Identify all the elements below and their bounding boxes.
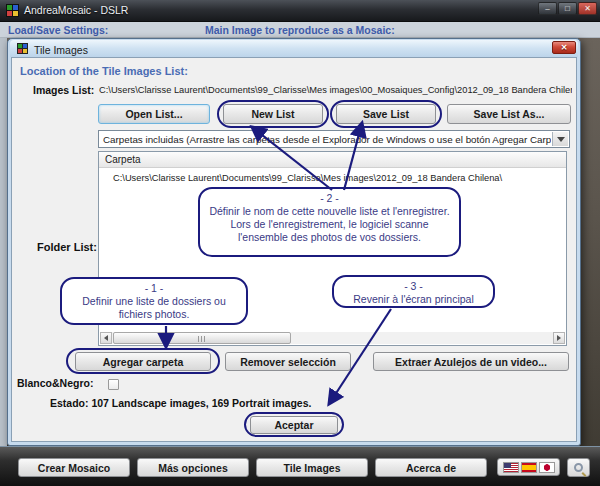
blanco-negro-label: Blanco&Negro:	[17, 377, 93, 389]
callout-step-number: - 3 -	[340, 280, 487, 293]
callout-step-3: - 3 - Revenir à l'écran principal	[332, 275, 495, 308]
extraer-video-button[interactable]: Extraer Azulejos de un video...	[373, 352, 569, 371]
scroll-right-icon[interactable]	[553, 332, 565, 344]
callout-step-number: - 1 -	[68, 282, 240, 295]
annotation-oval-save-list	[330, 100, 442, 128]
spain-flag-icon	[521, 462, 537, 473]
callout-step-1: - 1 - Definir une liste de dossiers ou f…	[60, 277, 248, 325]
list-item[interactable]: C:\Users\Clarisse Laurent\Documents\99_C…	[113, 173, 502, 183]
scroll-left-icon[interactable]	[100, 332, 112, 344]
location-header: Location of the Tile Images List:	[20, 65, 188, 77]
load-save-settings-label: Load/Save Settings:	[8, 24, 108, 36]
dialog-title: Tile Images	[34, 44, 88, 56]
annotation-oval-agregar	[66, 348, 220, 374]
images-list-path: C:\Users\Clarisse Laurent\Documents\99_C…	[99, 85, 572, 95]
folder-list-label: Folder List:	[37, 241, 97, 253]
annotation-oval-aceptar	[244, 412, 344, 437]
annotation-oval-new-list	[217, 100, 329, 128]
tile-images-button[interactable]: Tile Images	[256, 458, 368, 477]
callout-step-number: - 2 -	[206, 192, 453, 205]
application-window: AndreaMosaic - DSLR – □ ✕ Load/Save Sett…	[0, 0, 600, 486]
images-list-label: Images List:	[33, 84, 94, 96]
maximize-icon[interactable]: □	[558, 2, 577, 15]
window-controls: – □ ✕	[538, 2, 597, 15]
remover-seleccion-button[interactable]: Remover selección	[225, 352, 351, 371]
blanco-negro-checkbox[interactable]	[108, 379, 119, 390]
callout-text: Définir le nom de cette nouvelle liste e…	[206, 205, 453, 244]
main-image-label: Main Image to reproduce as a Mosaic:	[205, 24, 395, 36]
list-column-header: Carpeta	[99, 152, 566, 168]
japan-flag-icon	[539, 462, 555, 473]
andreamosaic-logo-icon	[6, 4, 19, 17]
chevron-down-icon[interactable]	[552, 132, 568, 146]
us-flag-icon	[503, 462, 519, 473]
crear-mosaico-button[interactable]: Crear Mosaico	[18, 458, 130, 477]
open-list-button[interactable]: Open List...	[98, 104, 210, 124]
bottom-toolbar: Crear Mosaico Más opciones Tile Images A…	[0, 446, 600, 486]
save-list-as-button[interactable]: Save List As...	[447, 104, 571, 124]
scrollbar-thumb[interactable]	[113, 332, 291, 344]
search-button[interactable]	[567, 458, 590, 477]
close-icon[interactable]: ✕	[578, 2, 597, 15]
language-flags-button[interactable]	[497, 458, 560, 476]
magnifier-icon	[574, 463, 583, 472]
dialog-close-icon[interactable]: ✕	[552, 41, 576, 54]
callout-text: Revenir à l'écran principal	[340, 293, 487, 306]
acerca-de-button[interactable]: Acerca de	[375, 458, 487, 477]
status-text: Estado: 107 Landscape images, 169 Portra…	[50, 397, 311, 409]
minimize-icon[interactable]: –	[538, 2, 557, 15]
included-folders-dropdown[interactable]: Carpetas incluidas (Arrastre las carpeta…	[98, 130, 570, 148]
window-titlebar: AndreaMosaic - DSLR – □ ✕	[0, 0, 600, 22]
callout-step-2: - 2 - Définir le nom de cette nouvelle l…	[198, 187, 461, 257]
horizontal-scrollbar[interactable]	[100, 332, 565, 344]
mas-opciones-button[interactable]: Más opciones	[137, 458, 249, 477]
window-title: AndreaMosaic - DSLR	[24, 4, 128, 16]
mosaic-icon	[17, 43, 28, 54]
dialog-titlebar: Tile Images	[10, 40, 578, 57]
background-window-edge	[0, 38, 7, 446]
callout-text: Definir une liste de dossiers ou fichier…	[68, 295, 240, 321]
